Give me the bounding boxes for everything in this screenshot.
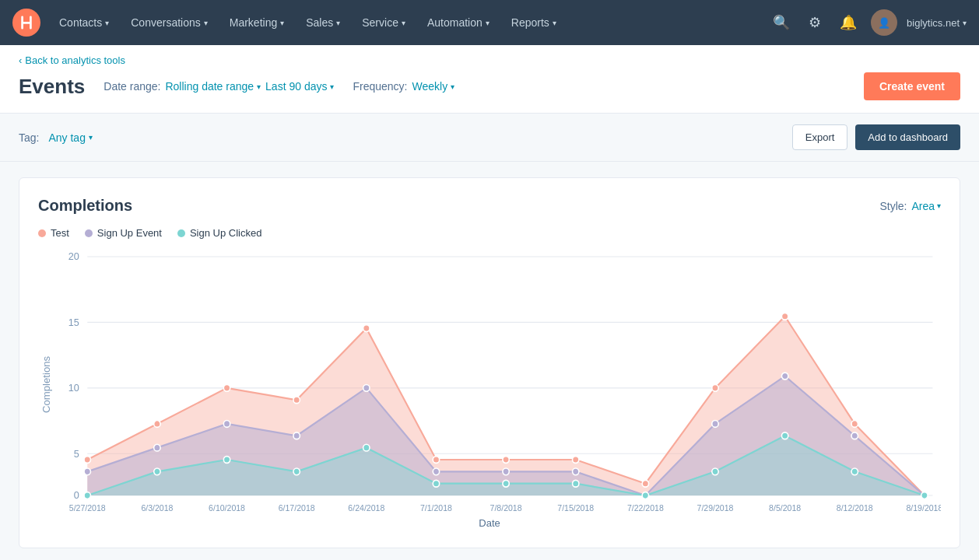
- account-menu[interactable]: biglytics.net ▾: [907, 17, 967, 29]
- svg-point-32: [503, 457, 509, 464]
- svg-point-45: [433, 468, 439, 475]
- svg-point-28: [223, 384, 230, 391]
- chevron-down-icon: ▾: [937, 201, 941, 210]
- svg-point-56: [223, 457, 230, 464]
- subheader: ‹ Back to analytics tools Events Date ra…: [0, 45, 979, 114]
- chevron-down-icon: ▾: [336, 19, 340, 27]
- nav-automation[interactable]: Automation ▾: [418, 10, 499, 35]
- svg-point-58: [363, 444, 370, 451]
- chart-style-dropdown[interactable]: Area ▾: [911, 200, 941, 212]
- chart-svg: 20 15 10 5 0 Completions 5/27/2018 6/3/2…: [38, 248, 941, 513]
- svg-point-29: [293, 397, 300, 404]
- chart-area: 20 15 10 5 0 Completions 5/27/2018 6/3/2…: [38, 248, 941, 513]
- svg-point-57: [293, 468, 300, 475]
- create-event-button[interactable]: Create event: [864, 72, 960, 100]
- chevron-down-icon: ▾: [257, 82, 261, 91]
- svg-text:15: 15: [68, 317, 79, 328]
- svg-point-64: [781, 432, 788, 439]
- navbar: Contacts ▾ Conversations ▾ Marketing ▾ S…: [0, 0, 979, 45]
- svg-point-41: [154, 444, 160, 451]
- notification-icon[interactable]: 🔔: [835, 9, 861, 36]
- settings-icon[interactable]: ⚙: [804, 9, 826, 36]
- nav-service[interactable]: Service ▾: [353, 10, 415, 35]
- svg-point-40: [84, 468, 90, 475]
- nav-contacts[interactable]: Contacts ▾: [50, 10, 118, 35]
- toolbar: Tag: Any tag ▾ Export Add to dashboard: [0, 114, 979, 162]
- svg-point-62: [642, 492, 648, 499]
- svg-point-49: [712, 421, 718, 428]
- chart-header: Completions Style: Area ▾: [38, 197, 941, 215]
- legend-dot-signup-event: [85, 229, 93, 237]
- chevron-down-icon: ▾: [280, 19, 284, 27]
- chevron-down-icon: ▾: [204, 19, 208, 27]
- nav-conversations[interactable]: Conversations ▾: [121, 10, 217, 35]
- svg-point-35: [712, 384, 718, 391]
- svg-point-31: [433, 457, 439, 464]
- chevron-down-icon: ▾: [963, 19, 967, 27]
- chevron-down-icon: ▾: [105, 19, 109, 27]
- svg-point-54: [84, 492, 90, 499]
- svg-text:0: 0: [74, 489, 79, 501]
- svg-point-66: [921, 492, 928, 499]
- chevron-down-icon: ▾: [451, 82, 454, 91]
- svg-point-30: [363, 325, 370, 332]
- nav-reports[interactable]: Reports ▾: [502, 10, 566, 35]
- svg-text:7/8/2018: 7/8/2018: [490, 503, 522, 513]
- x-axis-title: Date: [38, 517, 941, 529]
- svg-text:10: 10: [68, 382, 79, 394]
- back-link[interactable]: ‹ Back to analytics tools: [19, 54, 960, 66]
- search-icon[interactable]: 🔍: [768, 9, 795, 36]
- svg-point-65: [851, 468, 858, 475]
- svg-text:5: 5: [74, 447, 79, 459]
- chevron-down-icon: ▾: [330, 82, 334, 91]
- back-arrow-icon: ‹: [19, 54, 22, 66]
- svg-point-26: [84, 457, 90, 464]
- date-period-dropdown[interactable]: Last 90 days ▾: [265, 80, 334, 93]
- legend-dot-signup-clicked: [177, 229, 185, 237]
- nav-marketing[interactable]: Marketing ▾: [220, 10, 293, 35]
- legend-dot-test: [38, 229, 46, 237]
- tag-label: Tag:: [19, 131, 39, 144]
- svg-text:8/12/2018: 8/12/2018: [837, 503, 873, 513]
- svg-point-50: [781, 373, 788, 380]
- legend-signup-clicked: Sign Up Clicked: [177, 227, 262, 239]
- chevron-down-icon: ▾: [89, 133, 93, 142]
- avatar[interactable]: 👤: [871, 9, 897, 36]
- svg-point-27: [154, 421, 160, 428]
- chart-style-group: Style: Area ▾: [879, 200, 941, 212]
- svg-text:8/5/2018: 8/5/2018: [769, 503, 801, 513]
- date-range-dropdown[interactable]: Rolling date range ▾: [165, 80, 261, 93]
- nav-right: 🔍 ⚙ 🔔 👤 biglytics.net ▾: [768, 9, 967, 36]
- chart-legend: Test Sign Up Event Sign Up Clicked: [38, 227, 941, 239]
- chevron-down-icon: ▾: [553, 19, 556, 27]
- page-title: Events: [19, 75, 85, 99]
- svg-text:6/3/2018: 6/3/2018: [141, 503, 173, 513]
- hubspot-logo[interactable]: [12, 9, 40, 37]
- svg-text:7/15/2018: 7/15/2018: [557, 503, 594, 513]
- svg-text:7/22/2018: 7/22/2018: [627, 503, 664, 513]
- chevron-down-icon: ▾: [402, 19, 405, 27]
- svg-text:5/27/2018: 5/27/2018: [69, 503, 106, 513]
- svg-text:6/10/2018: 6/10/2018: [209, 503, 245, 513]
- chevron-down-icon: ▾: [486, 19, 490, 27]
- svg-point-42: [223, 421, 230, 428]
- svg-point-51: [851, 432, 858, 439]
- svg-point-60: [503, 480, 509, 487]
- svg-text:20: 20: [68, 250, 79, 262]
- legend-signup-event: Sign Up Event: [85, 227, 162, 239]
- svg-point-46: [503, 468, 509, 475]
- svg-text:8/19/2018: 8/19/2018: [906, 503, 941, 513]
- export-button[interactable]: Export: [792, 124, 848, 150]
- date-range-group: Date range: Rolling date range ▾ Last 90…: [104, 80, 334, 93]
- add-to-dashboard-button[interactable]: Add to dashboard: [855, 124, 960, 150]
- chart-container: Completions Style: Area ▾ Test Sign Up E…: [19, 177, 960, 548]
- svg-point-55: [154, 468, 160, 475]
- svg-text:7/29/2018: 7/29/2018: [697, 503, 734, 513]
- frequency-dropdown[interactable]: Weekly ▾: [412, 80, 455, 93]
- svg-point-47: [573, 468, 579, 475]
- nav-sales[interactable]: Sales ▾: [297, 10, 349, 35]
- svg-point-61: [573, 480, 579, 487]
- tag-dropdown[interactable]: Any tag ▾: [48, 131, 92, 144]
- frequency-group: Frequency: Weekly ▾: [353, 80, 454, 93]
- svg-point-43: [293, 432, 300, 439]
